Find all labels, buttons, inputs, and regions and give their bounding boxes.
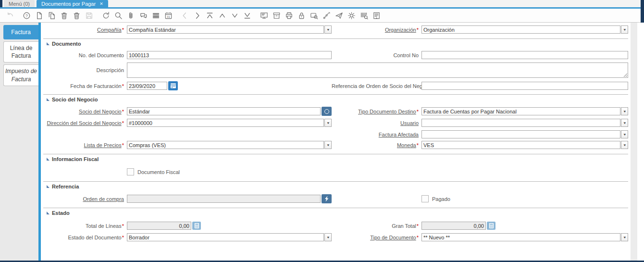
help-icon[interactable]: ? xyxy=(22,11,31,20)
control-no-field[interactable] xyxy=(421,51,628,59)
lista-precios-combobox[interactable]: Compras (VES) ▼ xyxy=(127,141,332,149)
group-estado[interactable]: Estado xyxy=(43,208,628,216)
tipo-documento-combobox[interactable]: ** Nuevo ** ▼ xyxy=(421,233,628,241)
zoom-across-icon[interactable] xyxy=(310,11,319,20)
sidebar-tab-label: Línea de Factura xyxy=(10,45,33,59)
factura-afectada-combobox[interactable]: ▼ xyxy=(421,130,628,138)
close-icon[interactable]: ✕ xyxy=(99,1,103,6)
tipo-documento-value[interactable]: ** Nuevo ** xyxy=(421,233,620,241)
gran-total-field[interactable]: 0,00 xyxy=(421,222,486,230)
usuario-dropdown-button[interactable]: ▼ xyxy=(621,119,628,127)
no-documento-field[interactable]: 1000113 xyxy=(127,51,332,59)
lista-precios-dropdown-button[interactable]: ▼ xyxy=(324,141,332,149)
tipo-doc-destino-dropdown-button[interactable]: ▼ xyxy=(621,107,628,115)
tipo-documento-dropdown-button[interactable]: ▼ xyxy=(621,233,628,241)
direccion-socio-dropdown-button[interactable]: ▼ xyxy=(324,119,332,127)
ignore-changes-icon[interactable] xyxy=(6,11,15,20)
moneda-dropdown-button[interactable]: ▼ xyxy=(621,141,628,149)
estado-documento-combobox[interactable]: Borrador ▼ xyxy=(127,233,332,241)
attachment-icon[interactable] xyxy=(126,11,136,20)
calendar-picker-button[interactable] xyxy=(168,81,178,90)
compania-dropdown-button[interactable]: ▼ xyxy=(324,25,332,34)
referencia-orden-field[interactable] xyxy=(421,82,628,90)
archive-icon[interactable] xyxy=(272,11,281,20)
tipo-doc-destino-value[interactable]: Factura de Cuentas por Pagar Nacional xyxy=(421,107,620,115)
tipo-doc-destino-combobox[interactable]: Factura de Cuentas por Pagar Nacional ▼ xyxy=(421,107,628,115)
workflow-icon[interactable] xyxy=(322,11,331,20)
save-icon[interactable] xyxy=(85,11,94,20)
calendar-icon xyxy=(170,83,176,89)
estado-documento-dropdown-button[interactable]: ▼ xyxy=(324,233,332,241)
next-record-icon[interactable] xyxy=(230,11,239,20)
organizacion-value[interactable]: Organización xyxy=(421,25,620,34)
orden-compra-zoom-button[interactable] xyxy=(322,194,332,203)
direccion-socio-label: Dirección del Socio del Negocio* xyxy=(43,120,127,126)
fecha-facturacion-field[interactable]: 23/09/2020 xyxy=(127,82,167,90)
compania-combobox[interactable]: Compañía Estándar ▼ xyxy=(127,25,332,34)
group-referencia[interactable]: Referencia xyxy=(43,181,628,189)
direccion-socio-value[interactable]: #1000000 xyxy=(127,119,324,127)
parent-record-icon[interactable] xyxy=(180,11,189,20)
lista-precios-label: Lista de Precios* xyxy=(43,142,127,148)
detail-record-icon[interactable] xyxy=(193,11,202,20)
socio-negocio-field[interactable]: Estándar xyxy=(127,107,321,115)
chevron-down-icon: ▼ xyxy=(623,28,627,31)
group-collapse-icon xyxy=(47,185,50,188)
grid-toggle-icon[interactable] xyxy=(151,11,161,20)
usuario-combobox[interactable]: ▼ xyxy=(421,119,628,127)
sidebar-tab-impuesto-de-factura[interactable]: Impuesto de Factura xyxy=(3,64,38,86)
organizacion-dropdown-button[interactable]: ▼ xyxy=(621,25,628,34)
tipo-documento-label: Tipo de Documento* xyxy=(332,235,421,240)
group-socio-del-negocio[interactable]: Socio del Negocio xyxy=(43,94,628,102)
total-lineas-calculator-button[interactable] xyxy=(192,222,201,230)
moneda-combobox[interactable]: VES ▼ xyxy=(421,141,628,149)
calendar-icon[interactable]: 31 xyxy=(164,11,173,20)
delete-selection-icon[interactable] xyxy=(72,11,81,20)
tab-menu[interactable]: Menú (0) xyxy=(4,0,35,7)
export-icon[interactable] xyxy=(372,11,381,20)
copy-record-icon[interactable] xyxy=(47,11,56,20)
compania-value[interactable]: Compañía Estándar xyxy=(127,25,324,34)
factura-afectada-dropdown-button[interactable]: ▼ xyxy=(621,130,628,138)
report-icon[interactable] xyxy=(260,11,269,20)
factura-afectada-value[interactable] xyxy=(421,130,620,138)
organizacion-combobox[interactable]: Organización ▼ xyxy=(421,25,628,34)
application-window: Menú (0) Documentos por Pagar ✕ ? 31 xyxy=(0,0,644,262)
orden-compra-label: Orden de compra xyxy=(43,196,127,202)
process-icon[interactable] xyxy=(347,11,356,20)
previous-record-icon[interactable] xyxy=(218,11,227,20)
print-icon[interactable] xyxy=(285,11,294,20)
chat-icon[interactable] xyxy=(139,11,148,20)
lista-precios-value[interactable]: Compras (VES) xyxy=(127,141,324,149)
moneda-value[interactable]: VES xyxy=(421,141,620,149)
socio-negocio-info-button[interactable] xyxy=(322,107,332,116)
tab-documentos-por-pagar[interactable]: Documentos por Pagar ✕ xyxy=(37,0,108,7)
chevron-down-icon: ▼ xyxy=(623,133,627,136)
requery-icon[interactable] xyxy=(101,11,111,20)
record-info-icon xyxy=(324,109,329,114)
pagado-checkbox[interactable] xyxy=(421,195,429,202)
estado-documento-value[interactable]: Borrador xyxy=(127,233,324,241)
last-record-icon[interactable] xyxy=(243,11,252,20)
first-record-icon[interactable] xyxy=(205,11,214,20)
product-info-icon[interactable] xyxy=(359,11,369,20)
documento-fiscal-checkbox[interactable] xyxy=(127,168,134,175)
vertical-scrollbar[interactable] xyxy=(631,23,637,261)
delete-record-icon[interactable] xyxy=(60,11,69,20)
sidebar-tab-factura[interactable]: Factura xyxy=(3,25,38,39)
lock-icon[interactable] xyxy=(297,11,306,20)
window-frame-left xyxy=(0,0,2,7)
new-record-icon[interactable] xyxy=(35,11,44,20)
lookup-record-icon[interactable] xyxy=(114,11,123,20)
gran-total-calculator-button[interactable] xyxy=(487,222,495,230)
group-informacion-fiscal[interactable]: Informacion Fiscal xyxy=(43,154,628,162)
total-lineas-field[interactable]: 0,00 xyxy=(127,222,191,230)
descripcion-field[interactable] xyxy=(127,62,628,78)
send-mail-icon[interactable] xyxy=(334,11,344,20)
group-documento[interactable]: Documento xyxy=(43,38,628,47)
usuario-value[interactable] xyxy=(421,119,620,127)
sidebar-tab-linea-de-factura[interactable]: Línea de Factura xyxy=(3,41,38,62)
orden-compra-field[interactable] xyxy=(127,195,321,203)
window-frame-right xyxy=(641,0,644,23)
direccion-socio-combobox[interactable]: #1000000 ▼ xyxy=(127,119,332,127)
